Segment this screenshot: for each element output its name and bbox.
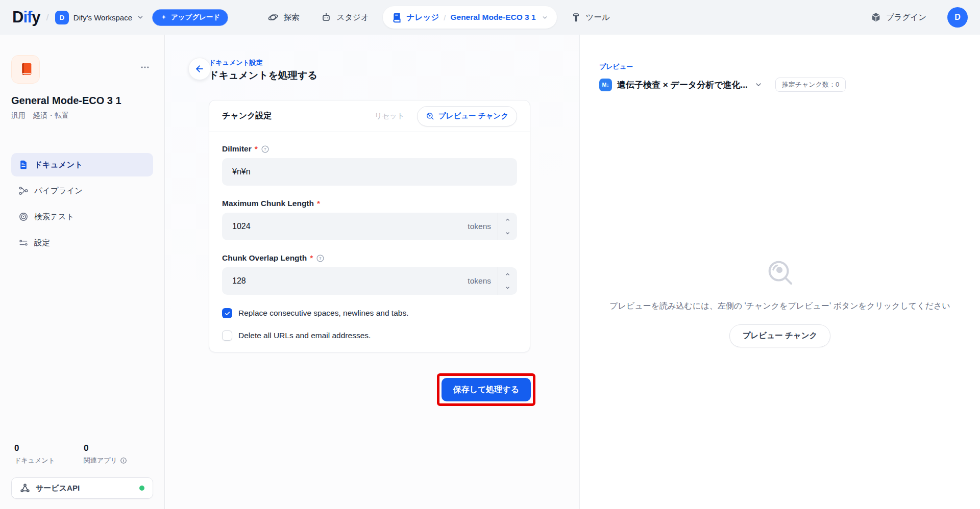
stat-linked-apps: 0 関連アプリ bbox=[84, 443, 153, 465]
tokens-suffix: tokens bbox=[468, 276, 498, 286]
back-button[interactable] bbox=[188, 58, 211, 80]
sidebar-menu: ドキュメント パイプライン 検索テスト 設定 bbox=[11, 153, 153, 254]
preview-panel: プレビュー M↓ 遺伝子検査 × データ分析で進化... 推定チャンク数：0 プ… bbox=[579, 35, 980, 509]
nav-label-studio: スタジオ bbox=[336, 12, 369, 23]
sidebar-item-label: 検索テスト bbox=[34, 212, 75, 222]
cube-icon bbox=[870, 12, 881, 23]
breadcrumb-separator: / bbox=[444, 13, 446, 22]
sliders-icon bbox=[18, 238, 29, 248]
dify-logo: Dify bbox=[12, 8, 40, 27]
service-api-label: サービスAPI bbox=[36, 483, 80, 493]
dataset-sidebar: General Mode-ECO 3 1 汎用 経済・転置 ドキュメント パイプ… bbox=[0, 35, 165, 509]
stepper-up-icon[interactable] bbox=[498, 267, 517, 281]
nav-item-explore[interactable]: 探索 bbox=[260, 6, 307, 29]
breadcrumb-dataset-name: General Mode-ECO 3 1 bbox=[450, 13, 535, 22]
magnifier-eye-icon bbox=[426, 112, 434, 120]
field-label-text: Dilmiter bbox=[222, 144, 252, 154]
field-label: Maximum Chunk Length * bbox=[222, 199, 517, 208]
service-api-button[interactable]: サービスAPI bbox=[11, 477, 153, 499]
max-chunk-length-input[interactable] bbox=[222, 222, 468, 231]
sparkle-icon bbox=[160, 14, 167, 21]
checkbox-row-delete-urls: Delete all URLs and email addresses. bbox=[222, 330, 517, 341]
preview-chunk-button-secondary[interactable]: プレビュー チャンク bbox=[729, 324, 831, 347]
card-header: チャンク設定 リセット プレビュー チャンク bbox=[209, 100, 530, 132]
preview-chunk-label: プレビュー チャンク bbox=[438, 111, 508, 121]
stepper-down-icon[interactable] bbox=[498, 281, 517, 295]
preview-header: プレビュー M↓ 遺伝子検査 × データ分析で進化... 推定チャンク数：0 bbox=[580, 35, 980, 92]
dataset-title: General Mode-ECO 3 1 bbox=[11, 95, 153, 107]
card-body: Dilmiter * ? Maximum Chunk Length * bbox=[209, 132, 530, 352]
field-label: Dilmiter * ? bbox=[222, 144, 517, 154]
pipeline-icon bbox=[18, 186, 29, 196]
field-delimiter: Dilmiter * ? bbox=[222, 144, 517, 186]
help-icon[interactable]: ? bbox=[261, 145, 270, 154]
chevron-down-icon[interactable] bbox=[754, 81, 763, 89]
sidebar-item-label: パイプライン bbox=[34, 186, 83, 196]
nav-label-plugins: プラグイン bbox=[886, 12, 926, 23]
dataset-book-icon bbox=[11, 55, 40, 84]
preview-chunk-button[interactable]: プレビュー チャンク bbox=[417, 106, 517, 126]
magnifier-eye-icon bbox=[765, 258, 795, 287]
status-dot bbox=[139, 486, 144, 491]
chunk-settings-card: チャンク設定 リセット プレビュー チャンク Dilmiter * ? bbox=[209, 100, 530, 352]
save-and-process-button[interactable]: 保存して処理する bbox=[442, 378, 531, 401]
sidebar-item-label: 設定 bbox=[34, 238, 50, 248]
page-title: ドキュメントを処理する bbox=[209, 69, 317, 82]
hammer-icon bbox=[571, 12, 581, 23]
markdown-file-icon: M↓ bbox=[599, 79, 612, 91]
required-asterisk: * bbox=[255, 144, 258, 154]
logo-part: D bbox=[12, 8, 23, 27]
field-label-text: Chunk Overlap Length bbox=[222, 253, 307, 263]
robot-icon bbox=[321, 12, 332, 23]
workspace-name: Dify's Workspace bbox=[74, 13, 132, 22]
workspace-selector[interactable]: D Dify's Workspace bbox=[55, 11, 144, 24]
preview-document-selector[interactable]: M↓ 遺伝子検査 × データ分析で進化... 推定チャンク数：0 bbox=[599, 78, 961, 92]
card-title: チャンク設定 bbox=[222, 111, 374, 121]
nav-item-knowledge-active[interactable]: ナレッジ / General Mode-ECO 3 1 bbox=[383, 6, 557, 29]
checkbox-checked[interactable] bbox=[222, 308, 232, 318]
stat-label: 関連アプリ bbox=[84, 456, 153, 465]
info-icon[interactable] bbox=[120, 457, 127, 464]
tokens-suffix: tokens bbox=[468, 222, 498, 231]
nav-item-plugins[interactable]: プラグイン bbox=[863, 6, 934, 29]
nav-item-tools[interactable]: ツール bbox=[563, 6, 618, 29]
user-avatar[interactable]: D bbox=[947, 7, 968, 28]
checkbox-label: Replace consecutive spaces, newlines and… bbox=[238, 309, 408, 318]
highlight-annotation: 保存して処理する bbox=[437, 373, 536, 406]
chevron-down-icon[interactable] bbox=[542, 14, 548, 21]
preview-label: プレビュー bbox=[599, 62, 961, 71]
reset-button[interactable]: リセット bbox=[374, 111, 404, 121]
help-icon[interactable]: ? bbox=[316, 254, 325, 263]
upgrade-button[interactable]: アップグレード bbox=[152, 9, 228, 26]
dataset-header bbox=[11, 55, 153, 84]
stat-value: 0 bbox=[84, 443, 153, 453]
checkbox-label: Delete all URLs and email addresses. bbox=[238, 331, 371, 340]
sidebar-item-retrieval-test[interactable]: 検索テスト bbox=[11, 205, 153, 228]
chunk-overlap-input-box: tokens bbox=[222, 267, 517, 295]
field-label-text: Maximum Chunk Length bbox=[222, 199, 314, 208]
chunk-overlap-input[interactable] bbox=[222, 276, 468, 286]
nav-item-studio[interactable]: スタジオ bbox=[313, 6, 376, 29]
nav-right: プラグイン D bbox=[863, 6, 968, 29]
preview-document-title: 遺伝子検査 × データ分析で進化... bbox=[617, 79, 748, 91]
number-stepper bbox=[498, 213, 517, 240]
stepper-up-icon[interactable] bbox=[498, 213, 517, 226]
sidebar-item-pipeline[interactable]: パイプライン bbox=[11, 179, 153, 202]
nav-label-knowledge: ナレッジ bbox=[407, 12, 439, 23]
sidebar-item-documents[interactable]: ドキュメント bbox=[11, 153, 153, 176]
delimiter-input[interactable] bbox=[222, 167, 517, 176]
more-menu-icon[interactable] bbox=[140, 62, 150, 72]
planet-icon bbox=[267, 12, 279, 23]
svg-text:?: ? bbox=[264, 147, 266, 151]
checkbox-unchecked[interactable] bbox=[222, 330, 232, 341]
number-stepper bbox=[498, 267, 517, 295]
stat-value: 0 bbox=[14, 443, 84, 453]
stepper-down-icon[interactable] bbox=[498, 226, 517, 240]
required-asterisk: * bbox=[317, 199, 320, 208]
field-label: Chunk Overlap Length * ? bbox=[222, 253, 517, 263]
stat-label-text: 関連アプリ bbox=[84, 456, 117, 465]
sidebar-item-settings[interactable]: 設定 bbox=[11, 231, 153, 254]
stat-documents: 0 ドキュメント bbox=[14, 443, 84, 465]
dataset-tags: 汎用 経済・転置 bbox=[11, 111, 153, 120]
field-max-chunk-length: Maximum Chunk Length * tokens bbox=[222, 199, 517, 240]
